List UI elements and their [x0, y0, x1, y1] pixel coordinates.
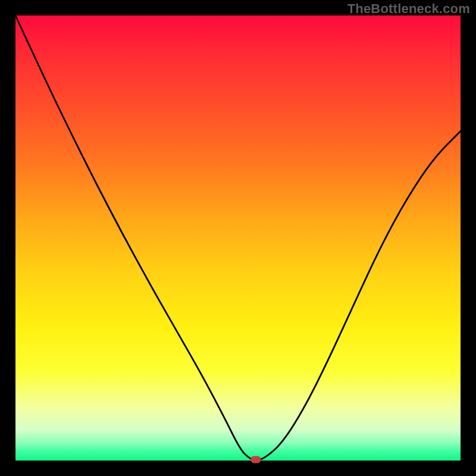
- plot-area: [15, 15, 461, 461]
- watermark-text: TheBottleneck.com: [347, 1, 470, 17]
- minimum-marker: [251, 456, 261, 463]
- chart-frame: TheBottleneck.com: [0, 0, 476, 476]
- bottleneck-curve-path: [15, 15, 461, 460]
- curve-svg: [15, 15, 461, 461]
